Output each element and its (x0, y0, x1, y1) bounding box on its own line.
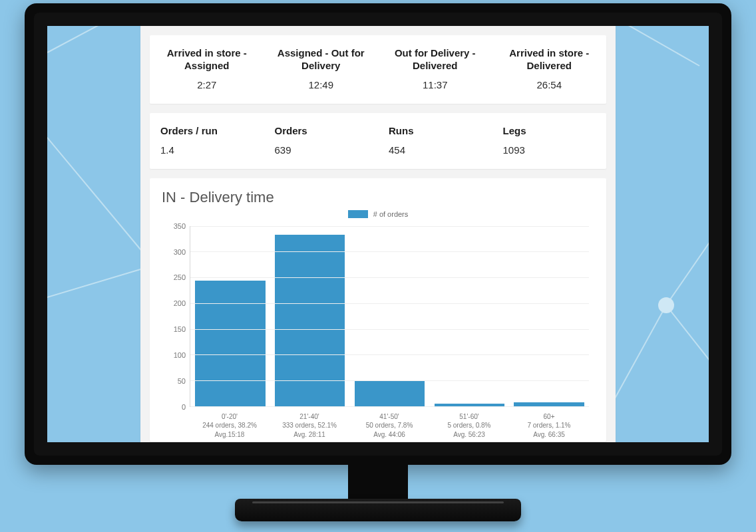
chart-plot-area (190, 226, 589, 407)
kpi-value: 1093 (503, 144, 596, 156)
kpi-card: Orders / run 1.4 Orders 639 Runs 454 L (150, 113, 606, 169)
kpi-value: 1.4 (160, 144, 254, 156)
y-tick-label: 0 (162, 403, 186, 411)
y-tick-label: 100 (162, 351, 186, 359)
delivery-time-chart-card: IN - Delivery time # of orders 050100150… (150, 178, 606, 442)
kpi-label: Orders / run (160, 125, 254, 138)
monitor-frame: Arrived in store - Assigned 2:27 Assigne… (25, 3, 731, 465)
x-tick-label: 21'-40'333 orders, 52.1%Avg. 28:11 (270, 410, 349, 442)
y-tick-label: 200 (162, 299, 186, 307)
svg-line-3 (606, 26, 699, 66)
kpi-value: 639 (275, 144, 368, 156)
stage: Arrived in store - Assigned 2:27 Assigne… (0, 0, 756, 532)
stat-value: 2:27 (160, 79, 254, 90)
x-tick-label: 60+7 orders, 1.1%Avg. 66:35 (509, 410, 589, 442)
chart-gridline (190, 406, 589, 407)
stat-label: Out for Delivery - Delivered (389, 47, 482, 72)
svg-line-5 (666, 305, 709, 398)
chart-title: IN - Delivery time (150, 178, 606, 209)
stage-times-row: Arrived in store - Assigned 2:27 Assigne… (150, 35, 606, 104)
stat-value: 26:54 (503, 79, 596, 90)
y-tick-label: 350 (162, 222, 186, 230)
stat-value: 12:49 (275, 79, 368, 90)
stat-arrived-delivered: Arrived in store - Delivered 26:54 (492, 35, 607, 104)
stat-label: Arrived in store - Assigned (160, 47, 254, 72)
y-tick-label: 50 (162, 377, 186, 385)
chart-bar-column (350, 226, 430, 406)
chart-bar-column (190, 226, 270, 406)
stat-label: Assigned - Out for Delivery (275, 47, 368, 72)
kpi-label: Runs (389, 125, 482, 138)
x-tick-label: 0'-20'244 orders, 38.2%Avg.15:18 (190, 410, 270, 442)
chart-y-axis: 050100150200250300350 (162, 222, 190, 442)
chart-legend: # of orders (150, 210, 606, 218)
monitor-stand-base (235, 499, 521, 521)
chart-gridline (190, 251, 589, 252)
kpi-value: 454 (389, 144, 482, 156)
svg-line-4 (666, 199, 709, 305)
chart-x-axis: 0'-20'244 orders, 38.2%Avg.15:1821'-40'3… (190, 410, 589, 442)
kpi-runs: Runs 454 (378, 113, 492, 169)
svg-line-2 (47, 26, 147, 53)
chart-gridline (190, 380, 589, 381)
stat-assigned-out: Assigned - Out for Delivery 12:49 (264, 35, 379, 104)
chart-gridline (190, 354, 589, 355)
monitor-screen: Arrived in store - Assigned 2:27 Assigne… (47, 26, 709, 442)
stat-out-delivered: Out for Delivery - Delivered 11:37 (378, 35, 492, 104)
chart-bar-column (270, 226, 350, 406)
chart-gridline (190, 277, 589, 278)
y-tick-label: 150 (162, 325, 186, 333)
kpi-label: Orders (275, 125, 368, 138)
chart-gridline (190, 329, 589, 330)
kpi-legs: Legs 1093 (492, 113, 607, 169)
legend-swatch-icon (348, 210, 368, 218)
stat-value: 11:37 (389, 79, 482, 90)
kpi-row: Orders / run 1.4 Orders 639 Runs 454 L (150, 113, 606, 169)
monitor-stand-neck (348, 464, 408, 503)
dashboard-page: Arrived in store - Assigned 2:27 Assigne… (140, 26, 616, 442)
svg-line-1 (47, 265, 154, 305)
legend-label: # of orders (373, 210, 409, 218)
y-tick-label: 250 (162, 273, 186, 281)
chart-gridline (190, 303, 589, 304)
stat-arrived-assigned: Arrived in store - Assigned 2:27 (150, 35, 264, 104)
delivery-time-chart: 050100150200250300350 0'-20'244 orders, … (162, 222, 594, 442)
stat-label: Arrived in store - Delivered (503, 47, 596, 72)
svg-point-7 (658, 297, 674, 313)
stage-times-card: Arrived in store - Assigned 2:27 Assigne… (150, 35, 606, 104)
kpi-orders: Orders 639 (264, 113, 379, 169)
chart-bars (190, 226, 589, 406)
chart-bar[interactable] (195, 281, 265, 406)
chart-bar[interactable] (355, 380, 425, 406)
chart-gridline (190, 226, 589, 227)
x-tick-label: 41'-50'50 orders, 7.8%Avg. 44:06 (349, 410, 429, 442)
svg-line-0 (47, 106, 154, 265)
kpi-orders-per-run: Orders / run 1.4 (150, 113, 264, 169)
x-tick-label: 51'-60'5 orders, 0.8%Avg. 56:23 (429, 410, 509, 442)
chart-bar-column (509, 226, 589, 406)
y-tick-label: 300 (162, 248, 186, 256)
chart-bar-column (429, 226, 509, 406)
kpi-label: Legs (503, 125, 596, 138)
